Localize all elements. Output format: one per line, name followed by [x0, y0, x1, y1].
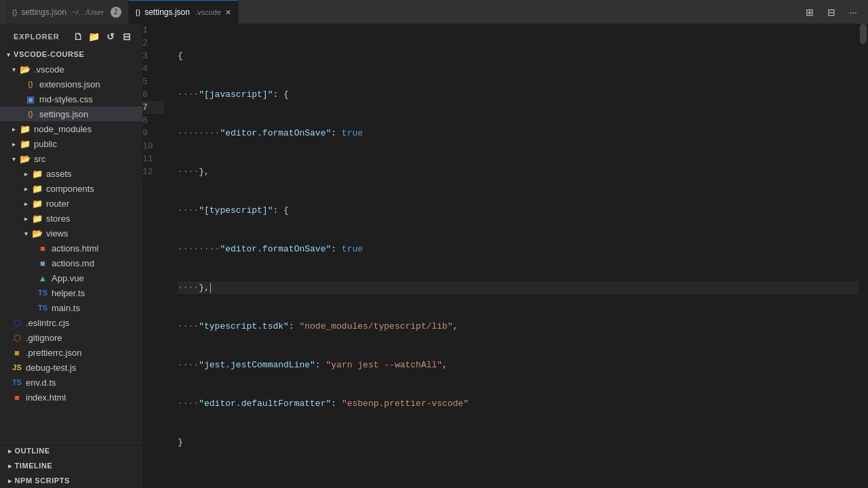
folder-arrow-src: ▾: [8, 153, 19, 164]
folder-arrow-views: ▾: [20, 228, 31, 239]
tree-item-vscode[interactable]: ▾ 📂 .vscode: [0, 62, 142, 77]
tree-item-extensions[interactable]: {} extensions.json: [0, 77, 142, 92]
folder-arrow-public: ▸: [8, 138, 19, 149]
layout-icon[interactable]: ⊟: [822, 3, 841, 22]
tree-label-gitignore: .gitignore: [26, 333, 62, 343]
remote-icon[interactable]: ⊞: [800, 3, 819, 22]
tab-close-button[interactable]: ✕: [225, 8, 231, 17]
tree-label-stores: stores: [46, 214, 70, 224]
tree-item-src[interactable]: ▾ 📂 src: [0, 151, 142, 166]
tree-item-index-html[interactable]: ■ index.html: [0, 390, 142, 405]
eslint-file-icon: ⬡: [11, 317, 23, 329]
scrollbar-thumb[interactable]: [860, 24, 867, 44]
code-editor[interactable]: 1 2 3 4 5 6 7 8 9 10 11 12 { ····"[javas…: [142, 24, 868, 488]
prettier-file-icon: ■: [11, 346, 23, 359]
md-file-icon: ■: [37, 257, 49, 269]
tree-item-assets[interactable]: ▸ 📁 assets: [0, 166, 142, 181]
folder-open-icon: 📂: [19, 63, 31, 75]
code-line-7: ····},: [178, 281, 859, 294]
tree-item-eslint[interactable]: ⬡ .eslintrc.cjs: [0, 315, 142, 330]
folder-arrow-assets: ▸: [20, 168, 31, 179]
folder-open-icon-views: 📂: [31, 227, 43, 239]
ts-file-icon-main: TS: [37, 302, 49, 314]
line-num-9: 9: [142, 127, 164, 140]
sidebar-header-actions: 🗋 📁 ↺ ⊟: [71, 29, 134, 44]
tree-label-router: router: [46, 199, 69, 209]
tree-item-gitignore[interactable]: ⬡ .gitignore: [0, 330, 142, 345]
tree-item-prettier[interactable]: ■ .prettierrc.json: [0, 345, 142, 360]
tree-label-components: components: [46, 184, 94, 194]
line-num-11: 11: [142, 152, 164, 165]
tree-label-views: views: [46, 228, 68, 239]
editor-area: 1 2 3 4 5 6 7 8 9 10 11 12 { ····"[javas…: [142, 24, 868, 488]
tree-item-public[interactable]: ▸ 📁 public: [0, 136, 142, 151]
json-file-icon: {}: [24, 78, 37, 90]
line-numbers: 1 2 3 4 5 6 7 8 9 10 11 12: [142, 24, 171, 488]
tree-root-vscode-course[interactable]: ▾ VSCODE-COURSE: [0, 47, 142, 62]
tree-item-main-ts[interactable]: TS main.ts: [0, 300, 142, 315]
tree-item-stores[interactable]: ▸ 📁 stores: [0, 211, 142, 226]
tree-item-actions-md[interactable]: ■ actions.md: [0, 256, 142, 270]
tab-settings-user[interactable]: {} settings.json ~/…/User 2: [5, 0, 129, 24]
timeline-label: TIMELINE: [15, 462, 53, 470]
code-line-11: }: [178, 436, 859, 449]
outline-section[interactable]: ▸ OUTLINE: [0, 443, 142, 458]
npm-scripts-arrow: ▸: [8, 477, 12, 485]
line-num-2: 2: [142, 37, 164, 49]
line-num-1: 1: [142, 24, 164, 37]
folder-arrow-vscode: ▾: [8, 64, 19, 75]
bottom-sections: ▸ OUTLINE ▸ TIMELINE ▸ NPM SCRIPTS: [0, 443, 142, 488]
tree-item-node-modules[interactable]: ▸ 📁 node_modules: [0, 121, 142, 136]
line-num-3: 3: [142, 49, 164, 62]
tree-label-md-styles: md-styles.css: [39, 94, 93, 104]
tab-badge: 2: [111, 7, 121, 18]
code-line-9: ····"jest.jestCommandLine": "yarn jest -…: [178, 359, 859, 371]
tree-item-views[interactable]: ▾ 📂 views: [0, 226, 142, 241]
titlebar-actions: ⊞ ⊟ ···: [800, 3, 863, 22]
tree-label-src: src: [34, 154, 45, 164]
tree-item-settings[interactable]: {} settings.json: [0, 106, 142, 121]
tree-label-main-ts: main.ts: [52, 303, 80, 313]
folder-arrow-components: ▸: [20, 183, 31, 194]
folder-open-icon-src: 📂: [19, 152, 31, 165]
code-line-6: ········"editor.formatOnSave": true: [178, 243, 859, 256]
sidebar-header: Explorer 🗋 📁 ↺ ⊟: [0, 24, 142, 47]
new-folder-icon[interactable]: 📁: [87, 29, 102, 44]
line-num-10: 10: [142, 140, 164, 152]
tree-label-app-vue: App.vue: [52, 273, 84, 283]
code-line-2: ····"[javascript]": {: [178, 88, 859, 101]
html-file-icon-index: ■: [11, 391, 23, 403]
collapse-all-icon[interactable]: ⊟: [119, 29, 134, 44]
folder-icon-router: 📁: [31, 197, 43, 209]
timeline-section[interactable]: ▸ TIMELINE: [0, 458, 142, 473]
tree-item-helper-ts[interactable]: TS helper.ts: [0, 285, 142, 300]
folder-icon-components: 📁: [31, 182, 43, 195]
tree-label-actions-md: actions.md: [52, 258, 94, 268]
vue-file-icon: ▲: [37, 272, 49, 284]
tab-settings-vscode[interactable]: {} settings.json .vscode ✕: [129, 0, 239, 24]
tree-item-md-styles[interactable]: ▣ md-styles.css: [0, 92, 142, 106]
tree-label-actions-html: actions.html: [52, 243, 98, 253]
tree-label-vscode: .vscode: [34, 64, 64, 75]
more-actions-icon[interactable]: ···: [844, 3, 863, 22]
tree-item-actions-html[interactable]: ■ actions.html: [0, 241, 142, 256]
scrollbar-gutter[interactable]: [859, 24, 868, 488]
tree-label-public: public: [34, 139, 57, 149]
ts-file-icon-env: TS: [11, 376, 23, 388]
tree-item-debug-test[interactable]: JS debug-test.js: [0, 360, 142, 375]
tab-label-2: settings.json: [144, 7, 190, 17]
new-file-icon[interactable]: 🗋: [71, 29, 85, 44]
tree-label-helper-ts: helper.ts: [52, 288, 85, 298]
folder-icon-node: 📁: [19, 123, 31, 135]
tree-item-router[interactable]: ▸ 📁 router: [0, 196, 142, 211]
refresh-icon[interactable]: ↺: [103, 29, 118, 44]
tree-item-app-vue[interactable]: ▲ App.vue: [0, 270, 142, 285]
npm-scripts-section[interactable]: ▸ NPM SCRIPTS: [0, 473, 142, 488]
folder-arrow-stores: ▸: [20, 213, 31, 224]
tree-item-env-d-ts[interactable]: TS env.d.ts: [0, 375, 142, 390]
tree-item-components[interactable]: ▸ 📁 components: [0, 181, 142, 196]
code-content[interactable]: { ····"[javascript]": { ········"editor.…: [171, 24, 859, 488]
code-line-5: ····"[typescript]": {: [178, 204, 859, 217]
line-num-5: 5: [142, 75, 164, 88]
code-line-4: ····},: [178, 165, 859, 178]
